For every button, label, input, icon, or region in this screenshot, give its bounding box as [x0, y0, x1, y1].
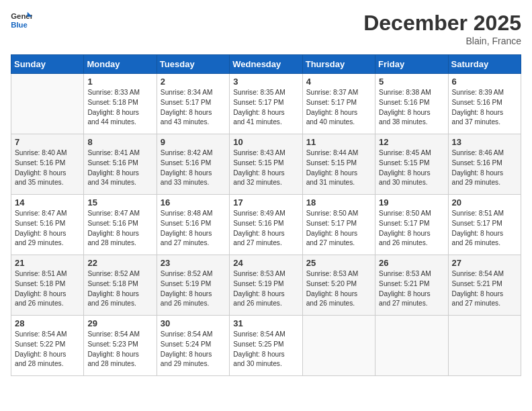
table-row: 4Sunrise: 8:37 AM Sunset: 5:17 PM Daylig…: [302, 74, 375, 134]
logo: General Blue: [11, 11, 32, 30]
day-number: 12: [379, 137, 444, 147]
table-row: 13Sunrise: 8:46 AM Sunset: 5:16 PM Dayli…: [448, 134, 521, 195]
title-block: December 2025 Blain, France: [363, 11, 521, 46]
table-row: 27Sunrise: 8:54 AM Sunset: 5:21 PM Dayli…: [448, 255, 521, 316]
day-number: 26: [379, 258, 444, 268]
day-number: 13: [452, 137, 517, 147]
day-info: Sunrise: 8:53 AM Sunset: 5:19 PM Dayligh…: [233, 269, 298, 309]
day-info: Sunrise: 8:46 AM Sunset: 5:16 PM Dayligh…: [452, 148, 517, 188]
table-row: 31Sunrise: 8:54 AM Sunset: 5:25 PM Dayli…: [230, 316, 302, 376]
header-row: Sunday Monday Tuesday Wednesday Thursday…: [11, 55, 521, 74]
day-info: Sunrise: 8:51 AM Sunset: 5:18 PM Dayligh…: [15, 269, 80, 309]
day-number: 29: [87, 318, 152, 328]
day-number: 8: [87, 137, 152, 147]
day-info: Sunrise: 8:45 AM Sunset: 5:15 PM Dayligh…: [379, 148, 444, 188]
day-info: Sunrise: 8:54 AM Sunset: 5:25 PM Dayligh…: [233, 330, 298, 369]
day-number: 16: [161, 197, 226, 208]
day-number: 3: [233, 77, 298, 87]
day-info: Sunrise: 8:47 AM Sunset: 5:16 PM Dayligh…: [15, 209, 80, 248]
table-row: 8Sunrise: 8:41 AM Sunset: 5:16 PM Daylig…: [84, 134, 157, 195]
day-number: 31: [233, 318, 298, 328]
day-info: Sunrise: 8:54 AM Sunset: 5:24 PM Dayligh…: [161, 330, 226, 369]
table-row: 16Sunrise: 8:48 AM Sunset: 5:16 PM Dayli…: [157, 195, 229, 255]
col-saturday: Saturday: [448, 55, 521, 74]
day-info: Sunrise: 8:47 AM Sunset: 5:16 PM Dayligh…: [87, 209, 152, 248]
day-info: Sunrise: 8:39 AM Sunset: 5:16 PM Dayligh…: [452, 88, 517, 128]
table-row: 24Sunrise: 8:53 AM Sunset: 5:19 PM Dayli…: [230, 255, 302, 316]
day-number: 22: [87, 258, 152, 268]
col-tuesday: Tuesday: [157, 55, 229, 74]
calendar-table: Sunday Monday Tuesday Wednesday Thursday…: [11, 54, 521, 376]
day-number: 4: [306, 77, 371, 87]
day-number: 17: [233, 197, 298, 208]
calendar-week-row: 1Sunrise: 8:33 AM Sunset: 5:18 PM Daylig…: [11, 74, 521, 134]
day-info: Sunrise: 8:41 AM Sunset: 5:16 PM Dayligh…: [87, 148, 152, 188]
table-row: 9Sunrise: 8:42 AM Sunset: 5:16 PM Daylig…: [157, 134, 229, 195]
day-number: 24: [233, 258, 298, 268]
day-info: Sunrise: 8:54 AM Sunset: 5:23 PM Dayligh…: [87, 330, 152, 369]
table-row: 25Sunrise: 8:53 AM Sunset: 5:20 PM Dayli…: [302, 255, 375, 316]
day-info: Sunrise: 8:52 AM Sunset: 5:18 PM Dayligh…: [87, 269, 152, 309]
location: Blain, France: [363, 36, 521, 46]
col-friday: Friday: [375, 55, 448, 74]
day-info: Sunrise: 8:44 AM Sunset: 5:15 PM Dayligh…: [306, 148, 371, 188]
table-row: 23Sunrise: 8:52 AM Sunset: 5:19 PM Dayli…: [157, 255, 229, 316]
day-info: Sunrise: 8:33 AM Sunset: 5:18 PM Dayligh…: [87, 88, 152, 128]
table-row: 12Sunrise: 8:45 AM Sunset: 5:15 PM Dayli…: [375, 134, 448, 195]
day-number: 28: [15, 318, 80, 328]
day-number: 5: [379, 77, 444, 87]
svg-text:Blue: Blue: [11, 21, 28, 29]
table-row: 1Sunrise: 8:33 AM Sunset: 5:18 PM Daylig…: [84, 74, 157, 134]
table-row: 28Sunrise: 8:54 AM Sunset: 5:22 PM Dayli…: [11, 316, 84, 376]
day-number: 10: [233, 137, 298, 147]
table-row: 11Sunrise: 8:44 AM Sunset: 5:15 PM Dayli…: [302, 134, 375, 195]
day-number: 18: [306, 197, 371, 208]
month-title: December 2025: [363, 11, 521, 36]
calendar-week-row: 14Sunrise: 8:47 AM Sunset: 5:16 PM Dayli…: [11, 195, 521, 255]
day-number: 9: [161, 137, 226, 147]
table-row: 22Sunrise: 8:52 AM Sunset: 5:18 PM Dayli…: [84, 255, 157, 316]
logo-icon: General Blue: [11, 11, 32, 30]
day-info: Sunrise: 8:50 AM Sunset: 5:17 PM Dayligh…: [379, 209, 444, 248]
day-number: 25: [306, 258, 371, 268]
day-info: Sunrise: 8:37 AM Sunset: 5:17 PM Dayligh…: [306, 88, 371, 128]
day-info: Sunrise: 8:53 AM Sunset: 5:20 PM Dayligh…: [306, 269, 371, 309]
day-number: 27: [452, 258, 517, 268]
day-info: Sunrise: 8:51 AM Sunset: 5:17 PM Dayligh…: [452, 209, 517, 248]
day-number: 7: [15, 137, 80, 147]
day-number: 11: [306, 137, 371, 147]
day-info: Sunrise: 8:43 AM Sunset: 5:15 PM Dayligh…: [233, 148, 298, 188]
day-number: 15: [87, 197, 152, 208]
day-info: Sunrise: 8:34 AM Sunset: 5:17 PM Dayligh…: [161, 88, 226, 128]
table-row: [11, 74, 84, 134]
table-row: 19Sunrise: 8:50 AM Sunset: 5:17 PM Dayli…: [375, 195, 448, 255]
table-row: 21Sunrise: 8:51 AM Sunset: 5:18 PM Dayli…: [11, 255, 84, 316]
table-row: 7Sunrise: 8:40 AM Sunset: 5:16 PM Daylig…: [11, 134, 84, 195]
calendar-week-row: 21Sunrise: 8:51 AM Sunset: 5:18 PM Dayli…: [11, 255, 521, 316]
col-thursday: Thursday: [302, 55, 375, 74]
calendar-week-row: 7Sunrise: 8:40 AM Sunset: 5:16 PM Daylig…: [11, 134, 521, 195]
table-row: [375, 316, 448, 376]
table-row: 26Sunrise: 8:53 AM Sunset: 5:21 PM Dayli…: [375, 255, 448, 316]
day-info: Sunrise: 8:54 AM Sunset: 5:21 PM Dayligh…: [452, 269, 517, 309]
day-info: Sunrise: 8:49 AM Sunset: 5:16 PM Dayligh…: [233, 209, 298, 248]
day-number: 21: [15, 258, 80, 268]
table-row: 3Sunrise: 8:35 AM Sunset: 5:17 PM Daylig…: [230, 74, 302, 134]
day-info: Sunrise: 8:48 AM Sunset: 5:16 PM Dayligh…: [161, 209, 226, 248]
table-row: 15Sunrise: 8:47 AM Sunset: 5:16 PM Dayli…: [84, 195, 157, 255]
day-number: 2: [161, 77, 226, 87]
day-info: Sunrise: 8:40 AM Sunset: 5:16 PM Dayligh…: [15, 148, 80, 188]
table-row: 17Sunrise: 8:49 AM Sunset: 5:16 PM Dayli…: [230, 195, 302, 255]
table-row: 6Sunrise: 8:39 AM Sunset: 5:16 PM Daylig…: [448, 74, 521, 134]
table-row: 14Sunrise: 8:47 AM Sunset: 5:16 PM Dayli…: [11, 195, 84, 255]
day-info: Sunrise: 8:54 AM Sunset: 5:22 PM Dayligh…: [15, 330, 80, 369]
page-header: General Blue December 2025 Blain, France: [11, 11, 521, 46]
day-number: 23: [161, 258, 226, 268]
day-number: 20: [452, 197, 517, 208]
day-info: Sunrise: 8:50 AM Sunset: 5:17 PM Dayligh…: [306, 209, 371, 248]
col-sunday: Sunday: [11, 55, 84, 74]
table-row: 2Sunrise: 8:34 AM Sunset: 5:17 PM Daylig…: [157, 74, 229, 134]
table-row: [448, 316, 521, 376]
table-row: 20Sunrise: 8:51 AM Sunset: 5:17 PM Dayli…: [448, 195, 521, 255]
day-number: 1: [87, 77, 152, 87]
